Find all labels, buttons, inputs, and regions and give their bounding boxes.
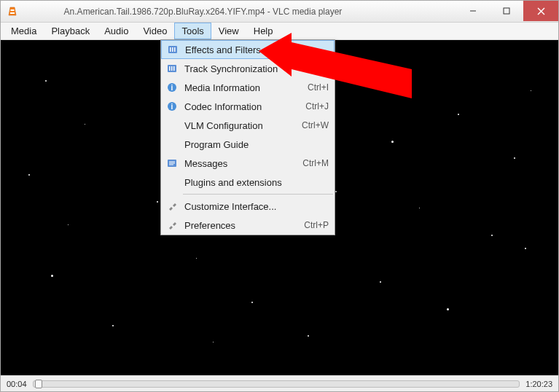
menu-item-label: Program Guide <box>180 139 321 150</box>
svg-rect-0 <box>11 9 15 11</box>
menu-item-label: Preferences <box>180 220 297 231</box>
total-time: 1:20:23 <box>525 380 552 388</box>
menu-item-shortcut: Ctrl+J <box>298 101 329 111</box>
svg-rect-12 <box>171 66 173 71</box>
svg-rect-9 <box>174 47 176 52</box>
menu-effects-filters[interactable]: Effects and Filters <box>161 40 335 59</box>
menu-codec-info[interactable]: i Codec Information Ctrl+J <box>161 97 335 116</box>
menu-item-label: Media Information <box>180 82 300 93</box>
info-icon: i <box>164 101 180 111</box>
menu-view[interactable]: View <box>211 23 246 39</box>
close-button[interactable] <box>523 1 558 21</box>
svg-rect-7 <box>170 47 171 52</box>
svg-rect-3 <box>504 8 509 14</box>
menu-vlm-config[interactable]: VLM Configuration Ctrl+W <box>161 116 335 135</box>
menu-media[interactable]: Media <box>4 23 44 39</box>
menu-item-shortcut: Ctrl+W <box>294 120 329 130</box>
menu-item-label: Codec Information <box>180 101 298 112</box>
menu-tools[interactable]: Tools <box>174 23 211 39</box>
equalizer-icon <box>164 64 180 73</box>
svg-rect-8 <box>172 47 173 52</box>
svg-rect-1 <box>10 12 15 14</box>
menubar: Media Playback Audio Video Tools View He… <box>1 23 558 40</box>
window-controls <box>456 1 558 22</box>
menu-playback[interactable]: Playback <box>44 23 97 39</box>
svg-text:i: i <box>171 84 173 92</box>
menu-program-guide[interactable]: Program Guide <box>161 135 335 154</box>
menu-item-label: VLM Configuration <box>180 120 294 131</box>
menu-plugins[interactable]: Plugins and extensions <box>161 173 335 192</box>
menu-messages[interactable]: Messages Ctrl+M <box>161 154 335 173</box>
equalizer-icon <box>165 45 181 54</box>
menu-item-label: Effects and Filters <box>181 44 321 55</box>
menu-media-info[interactable]: i Media Information Ctrl+I <box>161 78 335 97</box>
menu-customize-interface[interactable]: Customize Interface... <box>161 197 335 216</box>
menu-audio[interactable]: Audio <box>97 23 136 39</box>
tools-icon <box>164 220 180 230</box>
menu-item-shortcut: Ctrl+I <box>300 82 329 93</box>
info-icon: i <box>164 82 180 93</box>
menu-item-label: Messages <box>180 158 295 169</box>
seek-thumb[interactable] <box>35 380 42 388</box>
seekbar: 00:04 1:20:23 <box>1 375 558 391</box>
messages-icon <box>164 159 180 168</box>
menu-video[interactable]: Video <box>136 23 174 39</box>
tools-icon <box>164 201 180 211</box>
menu-item-shortcut: Ctrl+M <box>295 158 329 168</box>
maximize-button[interactable] <box>490 1 523 21</box>
menu-item-label: Customize Interface... <box>180 201 321 212</box>
menu-item-shortcut: Ctrl+P <box>297 220 329 230</box>
minimize-button[interactable] <box>456 1 490 21</box>
svg-rect-11 <box>169 66 171 71</box>
svg-rect-13 <box>173 66 175 71</box>
menu-item-label: Plugins and extensions <box>180 177 321 188</box>
menu-separator <box>183 194 333 195</box>
window-title: An.American.Tail.1986.720p.BluRay.x264.Y… <box>23 7 456 17</box>
seek-track[interactable] <box>33 380 520 388</box>
menu-item-label: Track Synchronization <box>180 63 321 74</box>
current-time: 00:04 <box>7 380 27 388</box>
tools-dropdown: Effects and Filters Track Synchronizatio… <box>160 39 335 235</box>
titlebar: An.American.Tail.1986.720p.BluRay.x264.Y… <box>1 1 558 23</box>
vlc-icon <box>7 6 18 17</box>
menu-preferences[interactable]: Preferences Ctrl+P <box>161 216 335 235</box>
svg-text:i: i <box>171 103 173 111</box>
menu-track-sync[interactable]: Track Synchronization <box>161 59 335 78</box>
menu-help[interactable]: Help <box>246 23 281 39</box>
